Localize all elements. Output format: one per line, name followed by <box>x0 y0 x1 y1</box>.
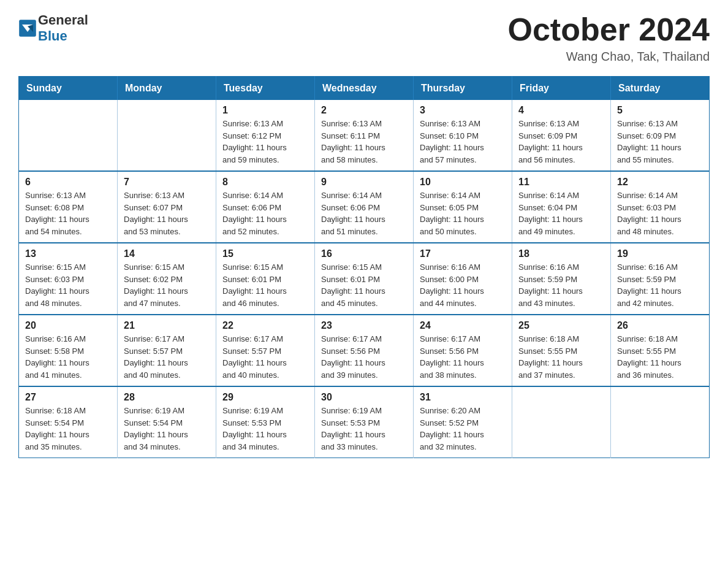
calendar-week-5: 27Sunrise: 6:18 AM Sunset: 5:54 PM Dayli… <box>19 386 710 458</box>
day-number: 14 <box>124 248 210 259</box>
calendar-cell: 7Sunrise: 6:13 AM Sunset: 6:07 PM Daylig… <box>118 171 216 243</box>
day-number: 28 <box>124 392 210 403</box>
day-number: 25 <box>518 320 604 331</box>
day-number: 15 <box>222 248 308 259</box>
day-number: 26 <box>617 320 703 331</box>
day-number: 13 <box>25 248 111 259</box>
logo-line1: General <box>38 12 88 28</box>
day-info: Sunrise: 6:19 AM Sunset: 5:53 PM Dayligh… <box>222 405 308 453</box>
day-number: 22 <box>222 320 308 331</box>
day-info: Sunrise: 6:14 AM Sunset: 6:06 PM Dayligh… <box>222 190 308 237</box>
calendar-cell: 1Sunrise: 6:13 AM Sunset: 6:12 PM Daylig… <box>216 100 315 171</box>
weekday-header-saturday: Saturday <box>611 77 710 101</box>
calendar-cell <box>118 100 216 171</box>
calendar-cell: 6Sunrise: 6:13 AM Sunset: 6:08 PM Daylig… <box>19 171 118 243</box>
calendar-cell: 8Sunrise: 6:14 AM Sunset: 6:06 PM Daylig… <box>216 171 315 243</box>
day-number: 10 <box>420 177 506 188</box>
day-info: Sunrise: 6:14 AM Sunset: 6:04 PM Dayligh… <box>518 190 604 237</box>
calendar-cell: 30Sunrise: 6:19 AM Sunset: 5:53 PM Dayli… <box>315 386 414 458</box>
day-number: 29 <box>222 392 308 403</box>
calendar-cell: 21Sunrise: 6:17 AM Sunset: 5:57 PM Dayli… <box>118 315 216 386</box>
day-info: Sunrise: 6:16 AM Sunset: 5:59 PM Dayligh… <box>617 261 703 309</box>
location: Wang Chao, Tak, Thailand <box>508 50 710 64</box>
calendar-week-4: 20Sunrise: 6:16 AM Sunset: 5:58 PM Dayli… <box>19 315 710 386</box>
day-info: Sunrise: 6:13 AM Sunset: 6:09 PM Dayligh… <box>617 118 703 166</box>
calendar-cell: 31Sunrise: 6:20 AM Sunset: 5:52 PM Dayli… <box>414 386 512 458</box>
day-number: 12 <box>617 177 703 188</box>
day-number: 9 <box>321 177 407 188</box>
day-number: 11 <box>518 177 604 188</box>
logo: General Blue <box>18 12 88 44</box>
calendar-cell: 27Sunrise: 6:18 AM Sunset: 5:54 PM Dayli… <box>19 386 118 458</box>
day-info: Sunrise: 6:18 AM Sunset: 5:55 PM Dayligh… <box>518 333 604 381</box>
day-number: 7 <box>124 177 210 188</box>
day-info: Sunrise: 6:15 AM Sunset: 6:01 PM Dayligh… <box>321 261 407 309</box>
calendar-cell: 14Sunrise: 6:15 AM Sunset: 6:02 PM Dayli… <box>118 243 216 315</box>
calendar-cell: 23Sunrise: 6:17 AM Sunset: 5:56 PM Dayli… <box>315 315 414 386</box>
calendar-cell: 28Sunrise: 6:19 AM Sunset: 5:54 PM Dayli… <box>118 386 216 458</box>
day-number: 6 <box>25 177 111 188</box>
day-info: Sunrise: 6:15 AM Sunset: 6:01 PM Dayligh… <box>222 261 308 309</box>
weekday-header-tuesday: Tuesday <box>216 77 315 101</box>
day-number: 31 <box>420 392 506 403</box>
day-info: Sunrise: 6:13 AM Sunset: 6:07 PM Dayligh… <box>124 190 210 237</box>
calendar-cell: 10Sunrise: 6:14 AM Sunset: 6:05 PM Dayli… <box>414 171 512 243</box>
calendar-cell: 4Sunrise: 6:13 AM Sunset: 6:09 PM Daylig… <box>512 100 611 171</box>
calendar-body: 1Sunrise: 6:13 AM Sunset: 6:12 PM Daylig… <box>19 100 710 458</box>
day-number: 4 <box>518 105 604 116</box>
day-number: 1 <box>222 105 308 116</box>
day-number: 24 <box>420 320 506 331</box>
calendar-cell: 5Sunrise: 6:13 AM Sunset: 6:09 PM Daylig… <box>611 100 710 171</box>
day-info: Sunrise: 6:16 AM Sunset: 5:59 PM Dayligh… <box>518 261 604 309</box>
calendar-cell: 18Sunrise: 6:16 AM Sunset: 5:59 PM Dayli… <box>512 243 611 315</box>
day-info: Sunrise: 6:16 AM Sunset: 6:00 PM Dayligh… <box>420 261 506 309</box>
calendar-cell: 16Sunrise: 6:15 AM Sunset: 6:01 PM Dayli… <box>315 243 414 315</box>
day-info: Sunrise: 6:14 AM Sunset: 6:03 PM Dayligh… <box>617 190 703 237</box>
day-number: 30 <box>321 392 407 403</box>
day-info: Sunrise: 6:14 AM Sunset: 6:06 PM Dayligh… <box>321 190 407 237</box>
calendar-cell: 2Sunrise: 6:13 AM Sunset: 6:11 PM Daylig… <box>315 100 414 171</box>
day-number: 2 <box>321 105 407 116</box>
weekday-header-thursday: Thursday <box>414 77 512 101</box>
day-number: 19 <box>617 248 703 259</box>
logo-line2: Blue <box>38 28 88 44</box>
day-info: Sunrise: 6:19 AM Sunset: 5:53 PM Dayligh… <box>321 405 407 453</box>
calendar-cell: 22Sunrise: 6:17 AM Sunset: 5:57 PM Dayli… <box>216 315 315 386</box>
calendar-cell: 26Sunrise: 6:18 AM Sunset: 5:55 PM Dayli… <box>611 315 710 386</box>
day-info: Sunrise: 6:19 AM Sunset: 5:54 PM Dayligh… <box>124 405 210 453</box>
day-info: Sunrise: 6:17 AM Sunset: 5:57 PM Dayligh… <box>222 333 308 381</box>
day-info: Sunrise: 6:16 AM Sunset: 5:58 PM Dayligh… <box>25 333 111 381</box>
calendar-cell: 17Sunrise: 6:16 AM Sunset: 6:00 PM Dayli… <box>414 243 512 315</box>
day-info: Sunrise: 6:15 AM Sunset: 6:03 PM Dayligh… <box>25 261 111 309</box>
calendar-cell <box>611 386 710 458</box>
day-info: Sunrise: 6:17 AM Sunset: 5:56 PM Dayligh… <box>420 333 506 381</box>
day-info: Sunrise: 6:14 AM Sunset: 6:05 PM Dayligh… <box>420 190 506 237</box>
weekday-header-sunday: Sunday <box>19 77 118 101</box>
title-section: October 2024 Wang Chao, Tak, Thailand <box>508 12 710 64</box>
calendar-cell <box>512 386 611 458</box>
calendar-cell <box>19 100 118 171</box>
calendar-week-3: 13Sunrise: 6:15 AM Sunset: 6:03 PM Dayli… <box>19 243 710 315</box>
day-info: Sunrise: 6:13 AM Sunset: 6:09 PM Dayligh… <box>518 118 604 166</box>
day-info: Sunrise: 6:13 AM Sunset: 6:10 PM Dayligh… <box>420 118 506 166</box>
day-info: Sunrise: 6:13 AM Sunset: 6:08 PM Dayligh… <box>25 190 111 237</box>
calendar-cell: 13Sunrise: 6:15 AM Sunset: 6:03 PM Dayli… <box>19 243 118 315</box>
day-info: Sunrise: 6:17 AM Sunset: 5:56 PM Dayligh… <box>321 333 407 381</box>
calendar-cell: 19Sunrise: 6:16 AM Sunset: 5:59 PM Dayli… <box>611 243 710 315</box>
month-title: October 2024 <box>508 12 710 47</box>
weekday-header-monday: Monday <box>118 77 216 101</box>
calendar-cell: 20Sunrise: 6:16 AM Sunset: 5:58 PM Dayli… <box>19 315 118 386</box>
calendar-cell: 9Sunrise: 6:14 AM Sunset: 6:06 PM Daylig… <box>315 171 414 243</box>
day-info: Sunrise: 6:15 AM Sunset: 6:02 PM Dayligh… <box>124 261 210 309</box>
day-info: Sunrise: 6:18 AM Sunset: 5:54 PM Dayligh… <box>25 405 111 453</box>
day-number: 27 <box>25 392 111 403</box>
calendar-cell: 24Sunrise: 6:17 AM Sunset: 5:56 PM Dayli… <box>414 315 512 386</box>
day-info: Sunrise: 6:18 AM Sunset: 5:55 PM Dayligh… <box>617 333 703 381</box>
day-number: 5 <box>617 105 703 116</box>
calendar-week-2: 6Sunrise: 6:13 AM Sunset: 6:08 PM Daylig… <box>19 171 710 243</box>
day-info: Sunrise: 6:13 AM Sunset: 6:12 PM Dayligh… <box>222 118 308 166</box>
day-info: Sunrise: 6:17 AM Sunset: 5:57 PM Dayligh… <box>124 333 210 381</box>
day-number: 20 <box>25 320 111 331</box>
weekday-header-wednesday: Wednesday <box>315 77 414 101</box>
weekday-header-row: SundayMondayTuesdayWednesdayThursdayFrid… <box>19 77 710 101</box>
